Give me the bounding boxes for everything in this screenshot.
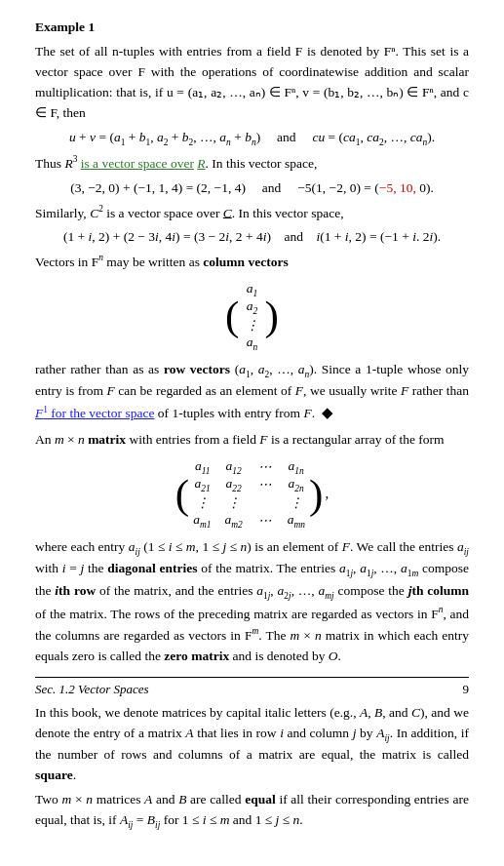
paren-left-matrix: ( <box>175 473 189 515</box>
equation2: (3, −2, 0) + (−1, 1, 4) = (2, −1, 4) and… <box>35 180 469 196</box>
section-para2: Two m × n matrices A and B are called eq… <box>35 790 469 832</box>
matrix-body: a1 a2 ⋮ an <box>240 281 265 352</box>
full-matrix: ( a11 a12 ⋯ a1n a21 a22 ⋯ a2n ⋮ ⋮ <box>35 458 469 530</box>
page-number: 9 <box>463 682 470 697</box>
paren-left: ( <box>225 295 239 336</box>
para2: Thus R3 is a vector space over R. In thi… <box>35 152 469 174</box>
section-divider: Sec. 1.2 Vector Spaces 9 <box>35 677 469 697</box>
paren-right-matrix: ) <box>309 473 323 515</box>
para4: Vectors in Fn may be written as column v… <box>35 251 469 272</box>
para7: where each entry aij (1 ≤ i ≤ m, 1 ≤ j ≤… <box>35 537 469 667</box>
matrix-body-full: a11 a12 ⋯ a1n a21 a22 ⋯ a2n ⋮ ⋮ ⋮ <box>189 458 309 530</box>
para6: An m × n matrix with entries from a fiel… <box>35 430 469 451</box>
column-vector-matrix: ( a1 a2 ⋮ an ) <box>35 281 469 352</box>
equation1: u + v = (a1 + b1, a2 + b2, …, an + bn) a… <box>35 130 469 147</box>
para1: The set of all n-tuples with entries fro… <box>35 42 469 124</box>
paren-right: ) <box>265 295 279 336</box>
section-para1: In this book, we denote matrices by capi… <box>35 703 469 786</box>
section-label: Sec. 1.2 Vector Spaces <box>35 682 149 697</box>
para3: Similarly, C2 is a vector space over C. … <box>35 202 469 223</box>
page: Example 1 The set of all n-tuples with e… <box>0 0 504 832</box>
example-heading: Example 1 <box>35 18 469 38</box>
section-content: In this book, we denote matrices by capi… <box>35 697 469 832</box>
para5: rather rather than as as row vectors (a1… <box>35 360 469 424</box>
diamond-symbol: ◆ <box>322 405 333 420</box>
equation3: (1 + i, 2) + (2 − 3i, 4i) = (3 − 2i, 2 +… <box>35 229 469 245</box>
